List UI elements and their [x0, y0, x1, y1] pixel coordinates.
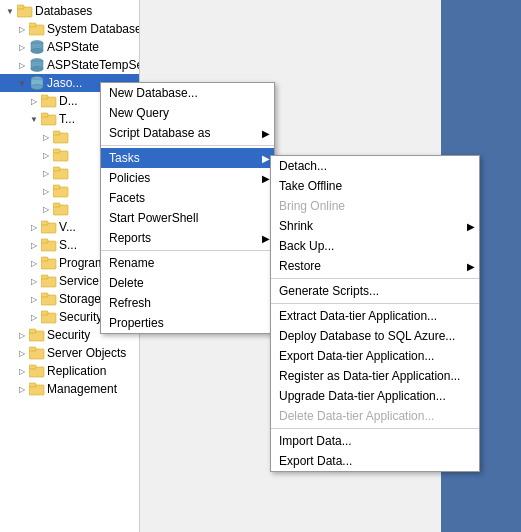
menu-item-shrink[interactable]: Shrink ▶: [271, 216, 479, 236]
menu-label: Facets: [109, 191, 145, 205]
menu-item-deploy-azure[interactable]: Deploy Database to SQL Azure...: [271, 326, 479, 346]
tree-label: Databases: [35, 4, 92, 18]
folder-icon: [41, 237, 57, 253]
context-menu-tasks: Detach... Take Offline Bring Online Shri…: [270, 155, 480, 472]
folder-icon: [29, 363, 45, 379]
menu-separator: [271, 428, 479, 429]
svg-rect-30: [41, 239, 48, 243]
tree-item-server-objects[interactable]: ▷ Server Objects: [0, 344, 139, 362]
folder-icon: [53, 183, 69, 199]
menu-label: Register as Data-tier Application...: [279, 369, 460, 383]
submenu-arrow-icon: ▶: [262, 153, 270, 164]
tree-item-management[interactable]: ▷ Management: [0, 380, 139, 398]
folder-icon: [53, 165, 69, 181]
menu-item-restore[interactable]: Restore ▶: [271, 256, 479, 276]
tree-label: Storage: [59, 292, 101, 306]
menu-item-facets[interactable]: Facets: [101, 188, 274, 208]
menu-item-new-database[interactable]: New Database...: [101, 83, 274, 103]
menu-label: Tasks: [109, 151, 140, 165]
menu-label: Upgrade Data-tier Application...: [279, 389, 446, 403]
menu-item-generate-scripts[interactable]: Generate Scripts...: [271, 281, 479, 301]
menu-item-take-offline[interactable]: Take Offline: [271, 176, 479, 196]
database-icon: [29, 57, 45, 73]
svg-rect-46: [29, 383, 36, 387]
menu-item-script-database[interactable]: Script Database as ▶: [101, 123, 274, 143]
menu-item-bring-online[interactable]: Bring Online: [271, 196, 479, 216]
expand-icon: ▷: [28, 293, 40, 305]
folder-icon: [41, 111, 57, 127]
tree-item-system-databases[interactable]: ▷ System Databases: [0, 20, 139, 38]
menu-label: Restore: [279, 259, 321, 273]
menu-item-register-datatier[interactable]: Register as Data-tier Application...: [271, 366, 479, 386]
tree-label: Security: [47, 328, 90, 342]
folder-icon: [29, 381, 45, 397]
submenu-arrow-icon: ▶: [467, 261, 475, 272]
menu-item-policies[interactable]: Policies ▶: [101, 168, 274, 188]
menu-item-export-data[interactable]: Export Data...: [271, 451, 479, 471]
menu-separator: [271, 303, 479, 304]
submenu-arrow-icon: ▶: [262, 173, 270, 184]
database-icon: [29, 39, 45, 55]
svg-rect-44: [29, 365, 36, 369]
expand-icon: ▷: [28, 257, 40, 269]
svg-rect-1: [17, 5, 24, 9]
folder-icon: [17, 3, 33, 19]
menu-label: New Database...: [109, 86, 198, 100]
menu-label: Take Offline: [279, 179, 342, 193]
menu-item-reports[interactable]: Reports ▶: [101, 228, 274, 248]
folder-icon: [53, 129, 69, 145]
expand-icon: ▷: [28, 221, 40, 233]
database-icon: [29, 75, 45, 91]
expand-icon: ▷: [28, 275, 40, 287]
expand-icon: ▷: [40, 167, 52, 179]
expand-icon: ▷: [40, 149, 52, 161]
tree-item-aspstate[interactable]: ▷ ASPState: [0, 38, 139, 56]
menu-label: Rename: [109, 256, 154, 270]
tree-label: D...: [59, 94, 78, 108]
menu-item-tasks[interactable]: Tasks ▶: [101, 148, 274, 168]
menu-item-new-query[interactable]: New Query: [101, 103, 274, 123]
menu-item-properties[interactable]: Properties: [101, 313, 274, 333]
folder-icon: [41, 309, 57, 325]
svg-rect-40: [29, 329, 36, 333]
tree-item-replication[interactable]: ▷ Replication: [0, 362, 139, 380]
expand-icon: ▼: [28, 113, 40, 125]
menu-item-export-datatier[interactable]: Export Data-tier Application...: [271, 346, 479, 366]
tree-item-aspstatetempsessions[interactable]: ▷ ASPStateTempSessions: [0, 56, 139, 74]
menu-label: Delete: [109, 276, 144, 290]
menu-label: Start PowerShell: [109, 211, 198, 225]
folder-icon: [29, 327, 45, 343]
folder-icon: [29, 345, 45, 361]
menu-item-import-data[interactable]: Import Data...: [271, 431, 479, 451]
folder-icon: [53, 201, 69, 217]
menu-separator: [271, 278, 479, 279]
menu-item-extract-datatier[interactable]: Extract Data-tier Application...: [271, 306, 479, 326]
folder-icon: [41, 273, 57, 289]
folder-icon: [53, 147, 69, 163]
menu-item-upgrade-datatier[interactable]: Upgrade Data-tier Application...: [271, 386, 479, 406]
menu-item-refresh[interactable]: Refresh: [101, 293, 274, 313]
menu-item-detach[interactable]: Detach...: [271, 156, 479, 176]
svg-rect-28: [41, 221, 48, 225]
context-menu-main: New Database... New Query Script Databas…: [100, 82, 275, 334]
menu-item-delete[interactable]: Delete: [101, 273, 274, 293]
menu-item-rename[interactable]: Rename: [101, 253, 274, 273]
menu-item-backup[interactable]: Back Up...: [271, 236, 479, 256]
expand-icon: ▼: [16, 77, 28, 89]
expand-icon: ▷: [16, 365, 28, 377]
submenu-arrow-icon: ▶: [262, 233, 270, 244]
expand-icon: ▷: [40, 131, 52, 143]
tree-label: V...: [59, 220, 76, 234]
svg-rect-14: [41, 95, 48, 99]
menu-item-start-powershell[interactable]: Start PowerShell: [101, 208, 274, 228]
tree-item-databases[interactable]: ▼ Databases: [0, 2, 139, 20]
svg-rect-18: [53, 131, 60, 135]
menu-label: New Query: [109, 106, 169, 120]
svg-rect-38: [41, 311, 48, 315]
folder-icon: [29, 21, 45, 37]
menu-item-delete-datatier[interactable]: Delete Data-tier Application...: [271, 406, 479, 426]
expand-icon: ▷: [40, 203, 52, 215]
menu-label: Back Up...: [279, 239, 334, 253]
submenu-arrow-icon: ▶: [262, 128, 270, 139]
menu-separator: [101, 145, 274, 146]
